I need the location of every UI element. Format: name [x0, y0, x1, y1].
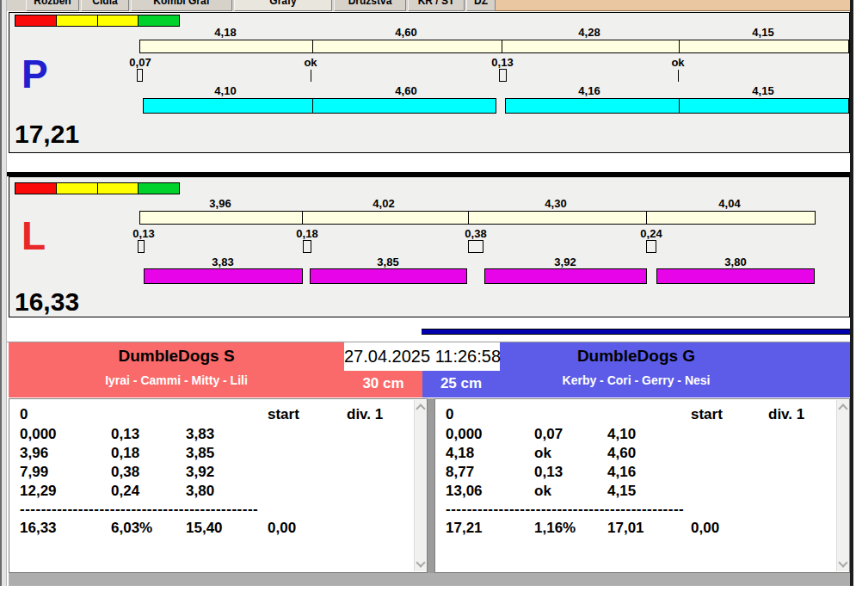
strip-green-segment	[139, 183, 179, 194]
p-dog-time: 4,16	[578, 84, 600, 97]
l-dog-time-bar	[484, 268, 647, 284]
l-dog-time: 3,83	[212, 256, 233, 268]
scrollbar[interactable]	[414, 400, 427, 571]
tab-strip: Rozběh Čidla Kombi Graf Grafy Družstva K…	[7, 0, 850, 11]
cell: ok	[534, 444, 551, 463]
bar-tick	[502, 40, 502, 52]
scroll-down-icon[interactable]	[838, 557, 847, 567]
cell: 4,16	[607, 463, 636, 482]
graph-panel-right-lane: 4,18 4,60 4,28 4,15 0,07 ok 0,13 ok 4,10…	[9, 12, 850, 153]
l-exchange-gap-marker	[468, 240, 483, 253]
tab-grafy[interactable]: Grafy	[234, 0, 332, 11]
cell: 0	[446, 405, 453, 424]
cell: div. 1	[347, 405, 383, 424]
left-team-results-list[interactable]: 0 start div. 1 0,000 0,13 3,83 3,96 0,18…	[9, 398, 428, 573]
right-team-results-list[interactable]: 0 start div. 1 0,000 0,07 4,10 4,18 ok 4…	[434, 398, 850, 573]
lane-letter-l: L	[22, 216, 46, 256]
table-gap	[428, 398, 434, 573]
total-time: 16,33	[20, 519, 57, 538]
tab-druzstva[interactable]: Družstva	[334, 0, 406, 11]
l-judge-time-bar	[139, 211, 816, 225]
p-exchange-ok-marker	[678, 70, 679, 82]
p-exchange-value: ok	[671, 56, 684, 69]
cell: 3,83	[186, 425, 214, 444]
cell: 0,13	[534, 463, 563, 482]
cell: 4,18	[446, 444, 474, 463]
window-left-border	[0, 0, 7, 586]
tab-kr-st[interactable]: KR / ST	[408, 0, 465, 11]
cell: 0,07	[534, 425, 563, 444]
cell: 4,10	[607, 425, 636, 444]
p-exchange-value: ok	[304, 56, 317, 69]
bar-tick	[312, 40, 313, 52]
p-top-value: 4,60	[395, 26, 416, 39]
total-percent: 6,03%	[111, 519, 152, 538]
bar-tick	[679, 99, 680, 113]
l-total-time: 16,33	[15, 287, 79, 317]
cell: 0,18	[111, 444, 139, 463]
cell: 0,24	[111, 482, 139, 501]
scroll-down-icon[interactable]	[416, 557, 425, 567]
p-top-value: 4,18	[214, 26, 236, 39]
l-exchange-value: 0,38	[465, 227, 486, 240]
total-penalty: 0,00	[691, 519, 719, 538]
cell: 0,000	[20, 425, 57, 444]
total-time: 17,21	[446, 519, 483, 538]
scroll-up-icon[interactable]	[416, 403, 425, 413]
l-dog-time: 3,85	[377, 256, 398, 268]
left-team-dogs: Iyrai - Cammi - Mitty - Lili	[9, 373, 344, 387]
total-net: 15,40	[186, 519, 223, 538]
l-dog-time-bar	[144, 268, 303, 284]
l-top-value: 4,04	[718, 197, 740, 210]
p-judge-time-bar	[139, 40, 849, 53]
cell: 0	[20, 405, 28, 424]
scrollbar[interactable]	[836, 400, 849, 571]
p-total-time: 17,21	[15, 120, 79, 149]
l-dog-time-bar	[310, 268, 467, 284]
total-net: 17,01	[607, 519, 644, 538]
tab-rozbeh[interactable]: Rozběh	[26, 0, 79, 11]
table-dashed-divider: ----------------------------------------…	[20, 500, 258, 519]
cell: 13,06	[446, 482, 483, 501]
cell: 0,13	[111, 425, 139, 444]
cell: 3,85	[186, 444, 214, 463]
bar-tick	[646, 212, 647, 224]
cell: 12,29	[20, 482, 57, 501]
l-top-value: 4,30	[545, 197, 566, 210]
l-top-value: 4,02	[373, 197, 394, 210]
strip-red-segment	[15, 183, 57, 194]
bar-tick	[312, 99, 313, 113]
progress-line	[422, 329, 850, 335]
left-team-jump-height: 30 cm	[344, 371, 422, 397]
table-dashed-divider: ----------------------------------------…	[446, 500, 684, 519]
cell: 0,38	[111, 463, 139, 482]
tab-dz[interactable]: DZ	[466, 0, 496, 11]
scroll-up-icon[interactable]	[838, 403, 847, 413]
p-exchange-value: 0,13	[491, 56, 513, 69]
tab-kombi-graf[interactable]: Kombi Graf	[131, 0, 232, 11]
l-exchange-value: 0,13	[132, 227, 154, 240]
right-team-dogs: Kerby - Cori - Gerry - Nesi	[422, 373, 850, 387]
cell: div. 1	[768, 405, 804, 424]
total-percent: 1,16%	[534, 519, 576, 538]
cell: 3,80	[186, 482, 214, 501]
bar-tick	[468, 212, 469, 224]
cell: start	[691, 405, 723, 424]
p-exchange-gap-marker	[499, 69, 507, 82]
p-exchange-ok-marker	[311, 70, 311, 82]
lane-letter-p: P	[22, 54, 48, 94]
tab-cidla[interactable]: Čidla	[81, 0, 129, 11]
cell: 7,99	[20, 463, 48, 482]
l-top-value: 3,96	[209, 197, 231, 210]
strip-yellow-segment	[57, 183, 98, 194]
total-penalty: 0,00	[268, 519, 296, 538]
p-top-value: 4,28	[578, 26, 600, 39]
p-dog-time: 4,60	[395, 84, 416, 97]
status-light-strip	[15, 15, 180, 27]
cell: 4,15	[607, 482, 636, 501]
cell: 3,92	[186, 463, 214, 482]
l-dog-time: 3,80	[724, 256, 746, 268]
l-dog-time-bar	[656, 268, 815, 284]
p-top-value: 4,15	[752, 26, 773, 39]
left-team-name: DumbleDogs S	[9, 347, 344, 366]
